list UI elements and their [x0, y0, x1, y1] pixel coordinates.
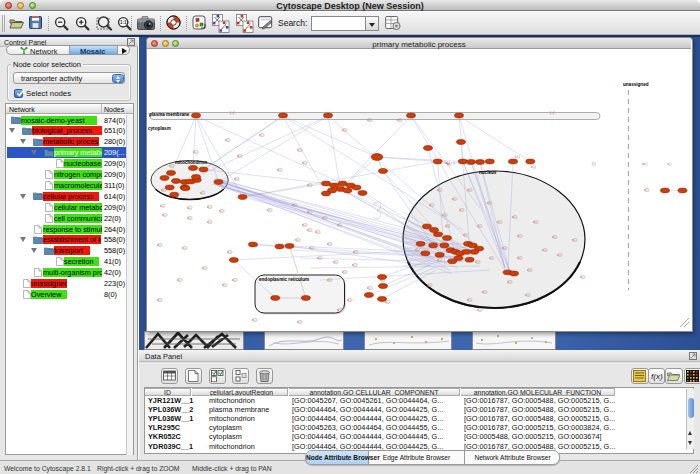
svg-text:nucleus: nucleus — [479, 169, 497, 174]
svg-text:x(-): x(-) — [467, 298, 472, 302]
svg-text:x(-): x(-) — [429, 203, 434, 207]
svg-text:x(-): x(-) — [489, 256, 494, 260]
svg-text:x(-): x(-) — [337, 308, 342, 312]
svg-text:u..: u.. — [453, 160, 457, 164]
svg-text:x(-): x(-) — [427, 283, 432, 287]
svg-text:x(-): x(-) — [572, 238, 577, 242]
svg-text:x(-): x(-) — [342, 128, 347, 132]
svg-text:x(-): x(-) — [497, 220, 502, 224]
svg-text:x(-): x(-) — [437, 258, 442, 262]
svg-text:x(-): x(-) — [177, 278, 182, 282]
svg-text:x(-): x(-) — [232, 278, 237, 282]
svg-text:x(-): x(-) — [467, 188, 472, 192]
svg-text:x(-): x(-) — [475, 260, 480, 264]
svg-text:x(-): x(-) — [502, 246, 507, 250]
svg-text:x(-): x(-) — [222, 283, 227, 287]
svg-text:x(-): x(-) — [463, 233, 468, 237]
svg-text:x(-): x(-) — [307, 210, 312, 214]
svg-text:g(-): g(-) — [447, 161, 452, 165]
svg-text:l(-): l(-) — [592, 161, 596, 165]
svg-text:x(-): x(-) — [234, 177, 239, 181]
svg-text:s(-): s(-) — [667, 161, 672, 165]
svg-text:x(-): x(-) — [327, 242, 332, 246]
svg-text:x(-): x(-) — [277, 168, 282, 172]
svg-text:x(-): x(-) — [202, 266, 207, 270]
svg-text:1:1: 1:1 — [120, 20, 127, 25]
svg-text:x(-): x(-) — [557, 253, 562, 257]
svg-text:x(-): x(-) — [507, 280, 512, 284]
svg-text:x(-): x(-) — [352, 263, 357, 267]
svg-text:x(-): x(-) — [187, 216, 192, 220]
svg-text:x(-): x(-) — [259, 133, 264, 137]
svg-text:x(-): x(-) — [309, 246, 314, 250]
svg-text:x(-): x(-) — [157, 243, 162, 247]
svg-text:x(-): x(-) — [367, 286, 372, 290]
svg-text:x(-): x(-) — [397, 118, 402, 122]
svg-text:x(-): x(-) — [307, 228, 312, 232]
svg-text:x(-): x(-) — [252, 318, 257, 322]
svg-text:x(-): x(-) — [297, 148, 302, 152]
svg-text:x(-): x(-) — [200, 190, 205, 194]
svg-text:x(-): x(-) — [415, 248, 420, 252]
svg-text:x(-): x(-) — [161, 188, 166, 192]
svg-text:f(x): f(x) — [651, 372, 663, 381]
svg-text:x(-): x(-) — [347, 298, 352, 302]
svg-text:plasma membrane: plasma membrane — [149, 112, 190, 117]
svg-text:x(-): x(-) — [477, 224, 482, 228]
svg-text:[...]: [...] — [230, 111, 234, 115]
svg-text:unassigned: unassigned — [623, 82, 649, 87]
svg-text:x(-): x(-) — [512, 215, 517, 219]
svg-text:x(-): x(-) — [162, 213, 167, 217]
svg-text:x(-): x(-) — [459, 208, 464, 212]
svg-text:x(-): x(-) — [317, 256, 322, 260]
svg-text:m(-): m(-) — [642, 161, 648, 165]
svg-text:x(-): x(-) — [517, 234, 522, 238]
svg-text:x(-): x(-) — [302, 223, 307, 227]
svg-text:x(-): x(-) — [219, 209, 224, 213]
svg-text:x(-): x(-) — [644, 188, 649, 192]
svg-text:x(-): x(-) — [552, 235, 557, 239]
svg-text:x(-): x(-) — [295, 238, 300, 242]
svg-text:x(-): x(-) — [297, 320, 302, 324]
svg-text:x(-): x(-) — [315, 230, 320, 234]
svg-text:r(-): r(-) — [482, 161, 486, 165]
svg-text:x(-): x(-) — [187, 205, 192, 209]
svg-text:x(-): x(-) — [237, 154, 242, 158]
svg-text:x(-): x(-) — [292, 203, 297, 207]
svg-text:x(-): x(-) — [182, 246, 187, 250]
svg-text:x(-): x(-) — [580, 275, 585, 279]
svg-text:x(-): x(-) — [322, 216, 327, 220]
svg-text:x(-): x(-) — [367, 118, 372, 122]
svg-text:x(-): x(-) — [207, 220, 212, 224]
svg-text:x(-): x(-) — [302, 161, 307, 165]
svg-text:x(-): x(-) — [169, 164, 174, 168]
svg-text:x(-): x(-) — [517, 256, 522, 260]
svg-text:x(-): x(-) — [225, 138, 230, 142]
svg-text:x(-): x(-) — [527, 268, 532, 272]
svg-text:x(-): x(-) — [482, 290, 487, 294]
svg-text:x(-): x(-) — [437, 188, 442, 192]
svg-text:x(-): x(-) — [487, 201, 492, 205]
svg-text:x(-): x(-) — [542, 248, 547, 252]
svg-text:x(-): x(-) — [337, 223, 342, 227]
svg-text:x(-): x(-) — [207, 205, 212, 209]
svg-text:x(-): x(-) — [227, 250, 232, 254]
svg-text:x(-): x(-) — [342, 270, 347, 274]
svg-text:x(-): x(-) — [307, 183, 312, 187]
svg-text:x(-): x(-) — [353, 250, 358, 254]
svg-text:x(-): x(-) — [452, 197, 457, 201]
svg-text:h(-): h(-) — [515, 155, 520, 159]
svg-text:x(-): x(-) — [477, 308, 482, 312]
svg-text:e(-): e(-) — [531, 165, 536, 169]
svg-text:x(-): x(-) — [333, 260, 338, 264]
svg-text:endoplasmic reticulum: endoplasmic reticulum — [259, 277, 309, 282]
svg-text:x(-): x(-) — [525, 293, 530, 297]
svg-text:x(-): x(-) — [193, 150, 198, 154]
svg-text:x(-): x(-) — [442, 213, 447, 217]
svg-text:x(-): x(-) — [267, 208, 272, 212]
svg-text:x(-): x(-) — [533, 220, 538, 224]
svg-text:x(-): x(-) — [327, 278, 332, 282]
svg-text:mitochondrion: mitochondrion — [175, 159, 207, 164]
svg-text:cytoplasm: cytoplasm — [148, 126, 171, 131]
svg-text:x(-): x(-) — [445, 224, 450, 228]
